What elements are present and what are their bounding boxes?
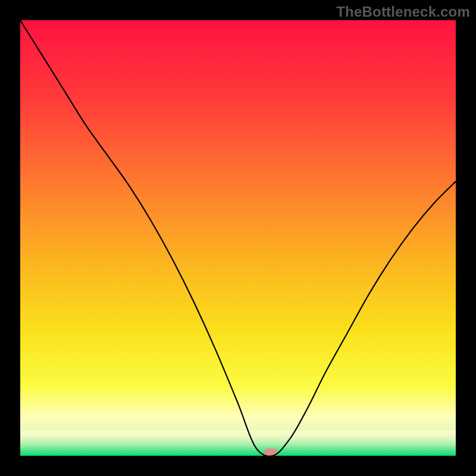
gradient-background [20, 20, 456, 456]
bottom-band [20, 431, 456, 456]
chart-frame: TheBottleneck.com [0, 0, 476, 476]
chart-svg [20, 20, 456, 456]
plot-area [20, 20, 456, 456]
watermark-text: TheBottleneck.com [336, 4, 470, 20]
